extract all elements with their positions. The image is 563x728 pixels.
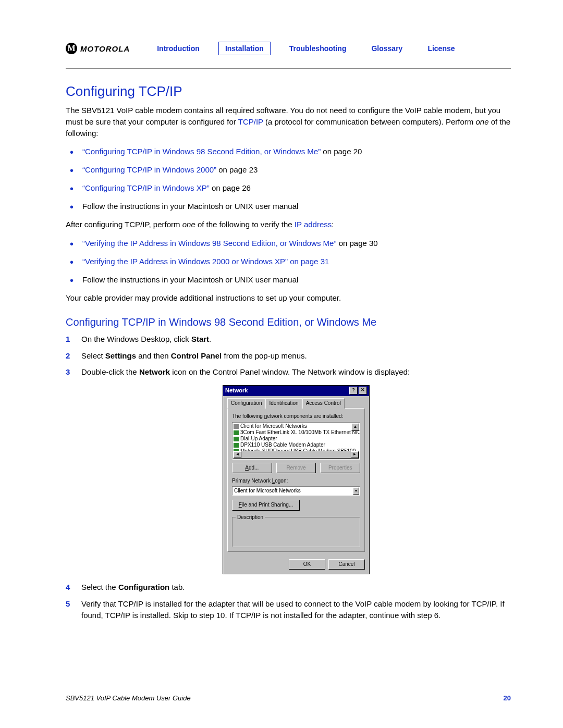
verify-paragraph: After configuring TCP/IP, perform one of… [66,219,511,230]
cancel-button[interactable]: Cancel [328,559,365,570]
brand-logo: M MOTOROLA [66,43,130,54]
step-1: On the Windows Desktop, click Start. [66,334,511,345]
list-item[interactable]: DPX110 USB Cable Modem Adapter [234,442,359,448]
nav-introduction[interactable]: Introduction [151,42,206,55]
ok-button[interactable]: OK [289,559,325,570]
list-item: “Verifying the IP Address in Windows 98 … [82,238,511,249]
adapter-icon [234,443,239,448]
add-button[interactable]: Add... [232,463,272,474]
step-5: Verify that TCP/IP is installed for the … [66,598,511,621]
tab-identification[interactable]: Identification [265,398,302,409]
provider-note: Your cable provider may provide addition… [66,292,511,304]
page-title: Configuring TCP/IP [66,83,511,100]
network-dialog: Network ? ✕ Configuration Identification… [223,385,370,574]
list-item: Follow the instructions in your Macintos… [82,201,511,212]
dialog-titlebar[interactable]: Network ? ✕ [223,386,369,396]
tcpip-link[interactable]: TCP/IP [238,117,263,126]
list-item: “Configuring TCP/IP in Windows 98 Second… [82,146,511,157]
list-item[interactable]: Dial-Up Adapter [234,436,359,442]
primary-logon-select[interactable]: Client for Microsoft Networks [232,486,360,496]
step-2: Select Settings and then Control Panel f… [66,350,511,362]
brand-wordmark: MOTOROLA [80,44,130,53]
nav-glossary[interactable]: Glossary [365,42,409,55]
primary-logon-label: Primary Network Logon: [232,477,360,485]
link-win2000[interactable]: “Configuring TCP/IP in Windows 2000” [82,165,216,174]
ip-address-link[interactable]: IP address [295,220,332,229]
adapter-icon [234,437,239,441]
help-icon[interactable]: ? [349,387,358,394]
dialog-title: Network [225,387,248,395]
link-winxp[interactable]: “Configuring TCP/IP in Windows XP” [82,183,210,192]
components-label: The following network components are ins… [232,413,360,421]
adapter-icon [234,430,239,435]
header: M MOTOROLA Introduction Installation Tro… [66,42,511,69]
nav-troubleshooting[interactable]: Troubleshooting [283,42,353,55]
components-listbox[interactable]: Client for Microsoft Networks 3Com Fast … [232,422,360,460]
step-3: Double-click the Network icon on the Con… [66,366,511,574]
list-item[interactable]: Client for Microsoft Networks [234,423,359,429]
link-win98[interactable]: “Configuring TCP/IP in Windows 98 Second… [82,147,321,156]
section-heading: Configuring TCP/IP in Windows 98 Second … [66,316,511,328]
properties-button[interactable]: Properties [320,463,360,474]
list-item: Follow the instructions in your Macintos… [82,274,511,285]
steps-list: On the Windows Desktop, click Start. Sel… [66,334,511,621]
file-print-sharing-button[interactable]: File and Print Sharing... [232,500,300,511]
config-options-list: “Configuring TCP/IP in Windows 98 Second… [66,146,511,212]
list-item: “Configuring TCP/IP in Windows XP” on pa… [82,182,511,193]
nav-installation[interactable]: Installation [218,42,271,55]
scroll-right-icon[interactable]: ► [351,451,359,458]
description-group: Description [232,517,360,547]
list-item: “Configuring TCP/IP in Windows 2000” on … [82,164,511,175]
verify-options-list: “Verifying the IP Address in Windows 98 … [66,238,511,285]
tab-access-control[interactable]: Access Control [302,398,345,409]
remove-button[interactable]: Remove [276,463,316,474]
scroll-left-icon[interactable]: ◄ [234,451,241,458]
list-item: “Verifying the IP Address in Windows 200… [82,256,511,267]
list-item[interactable]: 3Com Fast EtherLink XL 10/100Mb TX Ether… [234,429,359,436]
tab-configuration[interactable]: Configuration [227,398,265,409]
page-number: 20 [504,694,511,702]
footer-title: SBV5121 VoIP Cable Modem User Guide [66,694,191,702]
page-footer: SBV5121 VoIP Cable Modem User Guide 20 [66,694,511,702]
nav-license[interactable]: License [421,42,461,55]
description-label: Description [236,514,265,522]
link-verify-win2000[interactable]: “Verifying the IP Address in Windows 200… [82,257,329,266]
motorola-m-icon: M [66,43,77,54]
intro-paragraph: The SBV5121 VoIP cable modem contains al… [66,105,511,139]
link-verify-win98[interactable]: “Verifying the IP Address in Windows 98 … [82,239,336,248]
close-icon[interactable]: ✕ [359,387,367,394]
client-icon [234,424,239,429]
scroll-up-icon[interactable]: ▲ [351,423,359,431]
scrollbar-horizontal[interactable]: ◄ ► [233,451,359,459]
step-4: Select the Configuration tab. [66,582,511,593]
